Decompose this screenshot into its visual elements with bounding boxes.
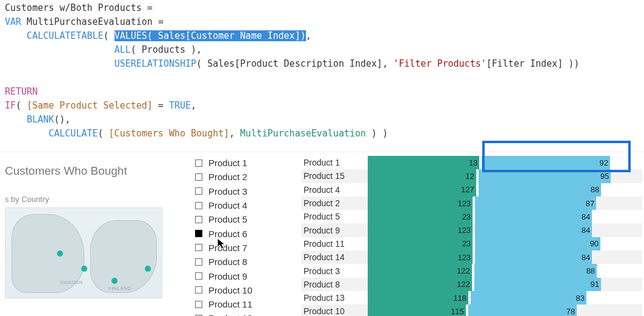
bar-category-label: Product 4 bbox=[301, 183, 368, 197]
bar-category-label: Product 1 bbox=[301, 156, 368, 169]
bar-series-a[interactable]: 115 bbox=[368, 304, 466, 316]
slicer-item-label: Product 4 bbox=[208, 200, 247, 210]
bar-category-label: Product 2 bbox=[301, 197, 368, 210]
bar-series-b[interactable]: 90 bbox=[475, 237, 600, 250]
slicer-item[interactable]: Product 1 bbox=[195, 156, 292, 170]
bar-category-label: Product 8 bbox=[301, 278, 368, 291]
bar-series-a[interactable]: 23 bbox=[368, 210, 473, 223]
bar-series-a[interactable]: 122 bbox=[368, 278, 472, 291]
bar-series-b[interactable]: 88 bbox=[474, 264, 597, 277]
bar-series-b[interactable]: 88 bbox=[479, 183, 601, 197]
bar-row[interactable]: Product 912384 bbox=[301, 223, 642, 237]
bar-chart[interactable]: Product 11392Product 151295Product 41278… bbox=[301, 156, 642, 316]
slicer-item-label: Product 11 bbox=[208, 299, 253, 309]
slicer-item[interactable]: Product 12 bbox=[195, 311, 292, 316]
slicer-item-label: Product 5 bbox=[208, 214, 247, 224]
bar-row[interactable]: Product 1412384 bbox=[301, 250, 642, 264]
bar-category-label: Product 9 bbox=[301, 223, 368, 237]
bar-row[interactable]: Product 812291 bbox=[301, 278, 642, 291]
bar-category-label: Product 11 bbox=[301, 237, 368, 250]
bar-series-b[interactable]: 84 bbox=[475, 250, 592, 264]
bar-category-label: Product 13 bbox=[301, 291, 368, 304]
bar-series-b[interactable]: 84 bbox=[475, 210, 592, 223]
checkbox-icon[interactable] bbox=[195, 258, 202, 266]
map-dot[interactable] bbox=[145, 266, 151, 272]
report-canvas: Customers Who Bought s by Country SWEDEN… bbox=[0, 152, 644, 316]
bar-row[interactable]: Product 1311883 bbox=[301, 291, 642, 304]
dax-formula-editor[interactable]: Customers w/Both Products = VAR MultiPur… bbox=[0, 0, 644, 152]
checkbox-icon[interactable] bbox=[195, 160, 202, 167]
bar-series-b[interactable]: 83 bbox=[471, 291, 586, 304]
bar-series-b[interactable]: 95 bbox=[479, 169, 611, 183]
checkbox-icon[interactable] bbox=[195, 202, 202, 209]
bar-series-a[interactable]: 123 bbox=[368, 250, 473, 264]
map-label: FINLAND bbox=[108, 286, 131, 291]
slicer-item-label: Product 8 bbox=[208, 257, 247, 267]
left-panel: Customers Who Bought s by Country SWEDEN… bbox=[0, 152, 194, 316]
slicer-item-label: Product 3 bbox=[208, 186, 247, 197]
checkbox-icon[interactable] bbox=[195, 272, 202, 280]
map-dot[interactable] bbox=[57, 250, 63, 257]
bar-series-b[interactable]: 91 bbox=[474, 278, 601, 291]
slicer-item[interactable]: Product 5 bbox=[195, 212, 292, 226]
bar-series-a[interactable]: 122 bbox=[368, 264, 472, 277]
bar-row[interactable]: Product 11392 bbox=[301, 156, 642, 169]
bar-row[interactable]: Product 312288 bbox=[301, 264, 642, 277]
slicer-item[interactable]: Product 4 bbox=[195, 198, 292, 212]
slicer-item[interactable]: Product 11 bbox=[195, 297, 292, 311]
checkbox-icon[interactable] bbox=[195, 286, 202, 294]
bar-row[interactable]: Product 1011578 bbox=[301, 304, 642, 316]
checkbox-icon[interactable] bbox=[195, 230, 202, 237]
bar-category-label: Product 3 bbox=[301, 264, 368, 277]
bar-series-a[interactable]: 12 bbox=[368, 169, 476, 183]
card-title: Customers Who Bought bbox=[5, 164, 194, 178]
checkbox-icon[interactable] bbox=[195, 187, 202, 195]
bar-series-a[interactable]: 123 bbox=[368, 223, 473, 237]
checkbox-icon[interactable] bbox=[195, 216, 202, 223]
bar-category-label: Product 5 bbox=[301, 210, 368, 223]
bar-series-a[interactable]: 118 bbox=[368, 291, 468, 304]
slicer-item-label: Product 6 bbox=[208, 229, 247, 239]
bar-row[interactable]: Product 52384 bbox=[301, 210, 642, 223]
bar-series-a[interactable]: 127 bbox=[368, 183, 476, 197]
bar-series-b[interactable]: 87 bbox=[475, 197, 596, 210]
slicer-item[interactable]: Product 7 bbox=[195, 241, 292, 255]
checkbox-icon[interactable] bbox=[195, 173, 202, 181]
bar-category-label: Product 10 bbox=[301, 304, 368, 316]
bar-category-label: Product 14 bbox=[301, 250, 368, 264]
bar-row[interactable]: Product 151295 bbox=[301, 169, 642, 183]
slicer-item[interactable]: Product 2 bbox=[195, 170, 292, 184]
bar-series-a[interactable]: 123 bbox=[368, 197, 473, 210]
bar-series-b[interactable]: 84 bbox=[475, 223, 592, 237]
bar-row[interactable]: Product 412788 bbox=[301, 183, 642, 197]
map-title-fragment: s by Country bbox=[5, 195, 194, 204]
map-dot[interactable] bbox=[81, 266, 87, 272]
bar-series-b[interactable]: 92 bbox=[482, 156, 610, 169]
checkbox-icon[interactable] bbox=[195, 244, 202, 251]
slicer-item-label: Product 1 bbox=[208, 158, 247, 168]
slicer-item-label: Product 2 bbox=[208, 172, 247, 182]
slicer-item[interactable]: Product 3 bbox=[195, 184, 292, 198]
bar-series-b[interactable]: 78 bbox=[468, 304, 577, 316]
slicer-item[interactable]: Product 6 bbox=[195, 226, 292, 240]
slicer-item-label: Product 9 bbox=[208, 271, 247, 281]
map-dot[interactable] bbox=[111, 278, 118, 284]
slicer-item-label: Product 10 bbox=[208, 285, 253, 295]
slicer-item-label: Product 12 bbox=[208, 313, 253, 316]
slicer-item[interactable]: Product 8 bbox=[195, 255, 292, 269]
bar-row[interactable]: Product 112390 bbox=[301, 237, 642, 250]
map-visual[interactable]: SWEDEN FINLAND bbox=[5, 207, 162, 298]
slicer-item-label: Product 7 bbox=[208, 243, 247, 253]
selected-text: VALUES( Sales[Customer Name Index]) bbox=[115, 30, 306, 41]
checkbox-icon[interactable] bbox=[195, 301, 202, 308]
map-label: SWEDEN bbox=[60, 280, 83, 285]
slicer-item[interactable]: Product 10 bbox=[195, 283, 292, 297]
product-slicer[interactable]: Product 1Product 2Product 3Product 4Prod… bbox=[195, 156, 292, 316]
bar-series-a[interactable]: 23 bbox=[368, 237, 473, 250]
slicer-item[interactable]: Product 9 bbox=[195, 269, 292, 283]
bar-series-a[interactable]: 13 bbox=[368, 156, 479, 169]
bar-category-label: Product 15 bbox=[301, 169, 368, 183]
bar-row[interactable]: Product 212387 bbox=[301, 197, 642, 210]
